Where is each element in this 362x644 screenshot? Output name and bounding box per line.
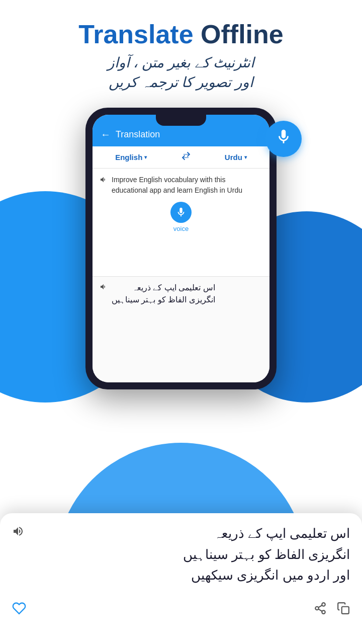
copy-button[interactable] [337,602,350,618]
target-lang-label: Urdu [225,153,242,162]
phone-notch [156,115,206,126]
subtitle-line1: انٹرنیٹ کے بغیر متن ، آواز [15,53,347,72]
action-icons-right [314,602,350,618]
bottom-urdu-text: اس تعلیمی ایپ کے ذریعہ انگریزی الفاظ کو … [32,523,350,586]
header-subtitle: انٹرنیٹ کے بغیر متن ، آواز اور تصویر کا … [15,53,347,92]
output-text: اس تعلیمی ایپ کے ذریعہانگریزی الفاظ کو ب… [112,282,215,306]
bottom-urdu-line3: اور اردو میں انگریزی سیکھیں [191,568,350,583]
svg-point-1 [315,607,319,610]
input-text: Improve English vocabulary with this edu… [112,175,262,196]
favorite-button[interactable] [12,601,26,619]
svg-line-3 [318,609,322,611]
lang-selector: English ▾ Urdu ▾ [93,146,269,169]
phone-screen: ← Translation English ▾ Urdu ▾ [93,115,269,382]
subtitle-line2: اور تصویر کا ترجمہ کریں [15,72,347,92]
swap-languages-button[interactable] [180,151,192,163]
svg-rect-5 [342,607,349,614]
phone-frame: ← Translation English ▾ Urdu ▾ [85,108,277,389]
floating-mic-button[interactable] [265,121,302,157]
voice-section: voice [100,202,262,232]
bottom-card: اس تعلیمی ایپ کے ذریعہ انگریزی الفاظ کو … [0,513,362,644]
output-row: اس تعلیمی ایپ کے ذریعہانگریزی الفاظ کو ب… [100,282,262,306]
source-lang-dropdown-icon: ▾ [144,154,147,160]
app-bar-title: Translation [116,129,160,140]
title-offline: Offline [194,20,284,49]
share-button[interactable] [314,602,327,618]
input-area: Improve English vocabulary with this edu… [93,169,269,277]
voice-mic-button[interactable] [170,202,192,223]
output-speaker-icon[interactable] [100,283,108,293]
bottom-speaker-icon[interactable] [12,525,24,540]
input-row: Improve English vocabulary with this edu… [100,175,262,196]
bottom-urdu-line1: اس تعلیمی ایپ کے ذریعہ [214,526,350,541]
svg-point-0 [322,603,325,606]
header-section: Translate Offline انٹرنیٹ کے بغیر متن ، … [0,0,362,98]
svg-line-4 [318,605,322,607]
bottom-actions [12,596,350,619]
back-button[interactable]: ← [101,129,111,140]
target-lang-dropdown-icon: ▾ [244,154,247,160]
voice-label: voice [173,225,189,232]
bottom-card-content: اس تعلیمی ایپ کے ذریعہ انگریزی الفاظ کو … [12,523,350,586]
output-area: اس تعلیمی ایپ کے ذریعہانگریزی الفاظ کو ب… [93,277,269,382]
source-lang-label: English [115,153,142,162]
phone-container: ← Translation English ▾ Urdu ▾ [0,108,362,389]
header-title: Translate Offline [15,20,347,49]
svg-point-2 [322,611,325,614]
bottom-urdu-line2: انگریزی الفاظ کو بہتر سیناہیں [183,547,350,562]
title-translate: Translate [78,20,193,49]
target-lang-button[interactable]: Urdu ▾ [225,153,247,162]
floating-mic-icon [275,128,292,149]
source-lang-button[interactable]: English ▾ [115,153,147,162]
input-speaker-icon[interactable] [100,176,108,186]
